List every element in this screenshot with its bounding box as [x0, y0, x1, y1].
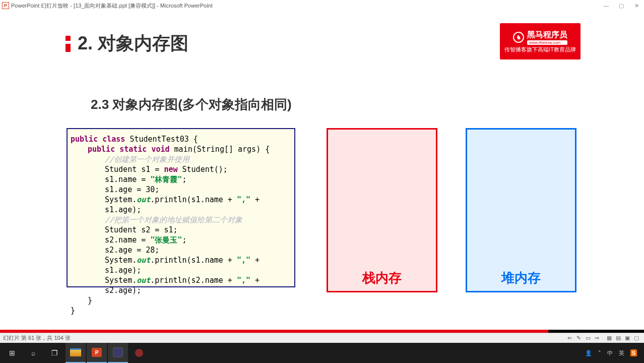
window-title: PowerPoint 幻灯片放映 - [13_面向对象基础.ppt [兼容模式]…	[11, 2, 213, 10]
brand-tagline: 传智播客旗下高端IT教育品牌	[504, 46, 576, 53]
intellij-icon	[113, 347, 123, 357]
brand-logo: ♞ 黑马程序员 www.itheima.com 传智播客旗下高端IT教育品牌	[500, 23, 581, 59]
close-button[interactable]: ✕	[629, 3, 644, 9]
heap-memory-box: 堆内存	[466, 128, 576, 292]
statusbar: 幻灯片 第 61 张，共 104 张 ⇐ ✎ ▭ ⇒ ▦ ▤ ▣ ▢	[0, 333, 644, 343]
horse-icon: ♞	[513, 32, 524, 43]
reading-view-button[interactable]: ▣	[623, 335, 632, 341]
file-explorer-button[interactable]	[66, 343, 86, 363]
people-icon[interactable]: 👤	[585, 350, 592, 356]
taskview-button[interactable]: ❐	[44, 343, 65, 363]
sorter-view-button[interactable]: ▤	[614, 335, 623, 341]
recorder-taskbar-button[interactable]	[129, 343, 149, 363]
intellij-taskbar-button[interactable]	[108, 343, 128, 363]
section-title: 2.3 对象内存图(多个对象指向相同)	[91, 96, 292, 113]
slideshow-view-button[interactable]: ▢	[632, 335, 641, 341]
search-button[interactable]: ⌕	[23, 343, 43, 363]
slide-counter: 幻灯片 第 61 张，共 104 张	[3, 334, 71, 342]
tray-chevron-icon[interactable]: ˄	[598, 350, 601, 356]
folder-icon	[70, 348, 81, 356]
code-block: public class StudentTest03 { public stat…	[67, 128, 295, 287]
title-bullet-icon	[66, 36, 71, 52]
maximize-button[interactable]: ▢	[614, 3, 629, 9]
titlebar: P PowerPoint 幻灯片放映 - [13_面向对象基础.ppt [兼容模…	[0, 0, 644, 11]
brand-site: www.itheima.com	[527, 40, 567, 45]
sogou-icon[interactable]: S	[630, 349, 637, 356]
brand-name: 黑马程序员	[527, 30, 567, 40]
stack-memory-box: 栈内存	[327, 128, 437, 292]
powerpoint-icon: P	[2, 2, 9, 9]
powerpoint-taskbar-icon: P	[92, 348, 102, 357]
ime-lang[interactable]: 英	[619, 349, 624, 357]
powerpoint-taskbar-button[interactable]: P	[87, 343, 107, 363]
taskbar: ⊞ ⌕ ❐ P 👤 ˄ 中 英 S	[0, 343, 644, 363]
normal-view-button[interactable]: ▦	[605, 335, 614, 341]
menu-button[interactable]: ▭	[584, 335, 593, 341]
slideshow-stage[interactable]: 2. 对象内存图 ♞ 黑马程序员 www.itheima.com 传智播客旗下高…	[0, 11, 644, 333]
next-slide-button[interactable]: ⇒	[593, 335, 602, 341]
prev-slide-button[interactable]: ⇐	[565, 335, 574, 341]
system-tray[interactable]: 👤 ˄ 中 英 S	[585, 349, 642, 357]
chapter-title: 2. 对象内存图	[78, 31, 188, 56]
start-button[interactable]: ⊞	[2, 343, 22, 363]
minimize-button[interactable]: —	[599, 3, 614, 9]
record-icon	[135, 349, 143, 357]
ime-mode[interactable]: 中	[607, 349, 613, 357]
pen-button[interactable]: ✎	[574, 335, 584, 341]
slide: 2. 对象内存图 ♞ 黑马程序员 www.itheima.com 传智播客旗下高…	[0, 11, 644, 333]
footer-bar	[0, 330, 644, 333]
